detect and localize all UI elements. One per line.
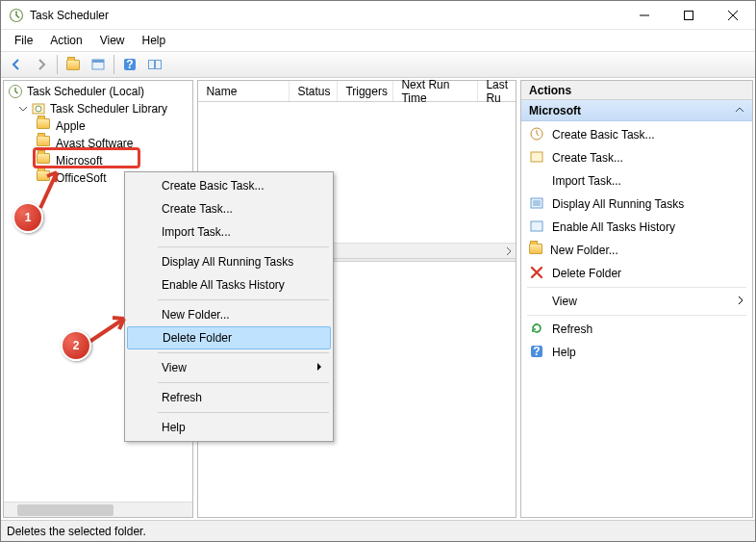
toolbar: ? [1, 51, 755, 78]
action-label: Import Task... [552, 174, 621, 188]
ctx-label: Create Task... [162, 202, 233, 216]
menu-help[interactable]: Help [135, 32, 174, 49]
annotation-number: 2 [73, 339, 80, 352]
svg-rect-1 [685, 11, 693, 19]
tree-item-microsoft[interactable]: Microsoft [4, 152, 192, 169]
action-enable-history[interactable]: Enable All Tasks History [521, 216, 752, 239]
col-status[interactable]: Status [290, 81, 338, 101]
folder-icon [529, 244, 542, 257]
ctx-label: Refresh [162, 391, 202, 404]
chevron-right-icon [315, 361, 323, 374]
ctx-label: Help [162, 421, 186, 434]
help-icon: ? [529, 344, 544, 362]
svg-rect-7 [156, 61, 162, 69]
ctx-label: Display All Running Tasks [162, 255, 293, 269]
actions-header: Actions [521, 81, 752, 100]
minimize-button[interactable] [622, 1, 667, 30]
tree-root-label: Task Scheduler (Local) [27, 85, 144, 98]
action-display-running[interactable]: Display All Running Tasks [521, 193, 752, 216]
action-import-task[interactable]: Import Task... [521, 169, 752, 193]
help-button[interactable]: ? [118, 54, 141, 75]
tree-item-apple[interactable]: Apple [4, 117, 192, 135]
action-create-task[interactable]: Create Task... [521, 146, 752, 169]
action-delete-folder[interactable]: Delete Folder [521, 262, 752, 285]
tree-library[interactable]: Task Scheduler Library [4, 100, 192, 117]
delete-icon [529, 265, 544, 283]
toolbar-separator [113, 55, 114, 74]
chevron-right-icon [737, 295, 744, 308]
task-icon [529, 149, 544, 168]
toolbar-separator [57, 55, 58, 74]
svg-rect-14 [531, 221, 542, 231]
actions-section[interactable]: Microsoft [521, 100, 752, 121]
ctx-enable-history[interactable]: Enable All Tasks History [127, 273, 331, 297]
collapse-icon[interactable] [17, 103, 29, 115]
annotation-badge-1: 1 [13, 202, 43, 233]
action-label: Create Task... [552, 151, 623, 165]
action-label: Delete Folder [552, 267, 621, 280]
up-folder-button[interactable] [62, 54, 85, 75]
ctx-help[interactable]: Help [127, 416, 331, 439]
ctx-create-basic-task[interactable]: Create Basic Task... [127, 174, 331, 197]
ctx-label: New Folder... [162, 308, 230, 322]
col-name[interactable]: Name [198, 81, 290, 101]
status-text: Deletes the selected folder. [7, 525, 146, 538]
action-label: New Folder... [550, 244, 618, 257]
ctx-refresh[interactable]: Refresh [127, 386, 331, 409]
action-label: Enable All Tasks History [552, 220, 675, 234]
ctx-separator [158, 352, 329, 353]
ctx-label: Delete Folder [163, 331, 232, 345]
statusbar: Deletes the selected folder. [1, 520, 755, 541]
folder-icon [37, 136, 52, 151]
collapse-icon [735, 104, 744, 117]
properties-button[interactable] [87, 54, 110, 75]
tree-item-avast[interactable]: Avast Software [4, 135, 192, 152]
actions-separator [527, 287, 746, 288]
titlebar: Task Scheduler [1, 1, 755, 30]
app-icon [9, 8, 24, 23]
list-header: Name Status Triggers Next Run Time Last … [198, 81, 516, 102]
action-new-folder[interactable]: New Folder... [521, 239, 752, 262]
ctx-separator [158, 382, 329, 383]
ctx-label: Import Task... [162, 225, 231, 239]
scroll-right-icon[interactable] [504, 246, 514, 256]
annotation-arrow-2 [86, 313, 134, 351]
annotation-badge-2: 2 [61, 330, 91, 361]
ctx-view[interactable]: View [127, 356, 331, 379]
ctx-new-folder[interactable]: New Folder... [127, 303, 331, 326]
action-label: Refresh [552, 323, 592, 336]
actions-list: Create Basic Task... Create Task... Impo… [521, 121, 752, 366]
ctx-import-task[interactable]: Import Task... [127, 220, 331, 244]
action-refresh[interactable]: Refresh [521, 318, 752, 341]
ctx-separator [158, 246, 329, 247]
forward-button[interactable] [30, 54, 53, 75]
col-lastrun[interactable]: Last Ru [478, 81, 516, 101]
list-icon [529, 195, 544, 214]
actions-separator [527, 315, 746, 316]
folder-icon [37, 118, 52, 134]
panes-button[interactable] [143, 54, 166, 75]
action-help[interactable]: ? Help [521, 341, 752, 364]
ctx-display-running[interactable]: Display All Running Tasks [127, 250, 331, 273]
menu-view[interactable]: View [92, 32, 133, 49]
close-button[interactable] [711, 1, 755, 30]
svg-rect-12 [531, 152, 542, 162]
menu-file[interactable]: File [7, 32, 40, 49]
tree-scrollbar[interactable] [4, 502, 192, 517]
col-triggers[interactable]: Triggers [338, 81, 393, 101]
svg-text:?: ? [533, 345, 540, 358]
ctx-label: Create Basic Task... [162, 179, 265, 193]
menu-action[interactable]: Action [42, 32, 89, 49]
col-nextrun[interactable]: Next Run Time [393, 81, 478, 101]
action-label: View [552, 295, 577, 308]
back-button[interactable] [5, 54, 28, 75]
maximize-button[interactable] [667, 1, 711, 30]
action-label: Display All Running Tasks [552, 197, 684, 211]
ctx-create-task[interactable]: Create Task... [127, 197, 331, 220]
action-view[interactable]: View [521, 290, 752, 313]
tree-root[interactable]: Task Scheduler (Local) [4, 83, 192, 100]
history-icon [529, 219, 544, 237]
svg-point-10 [36, 106, 41, 112]
action-create-basic-task[interactable]: Create Basic Task... [521, 123, 752, 146]
ctx-delete-folder[interactable]: Delete Folder [127, 326, 331, 349]
